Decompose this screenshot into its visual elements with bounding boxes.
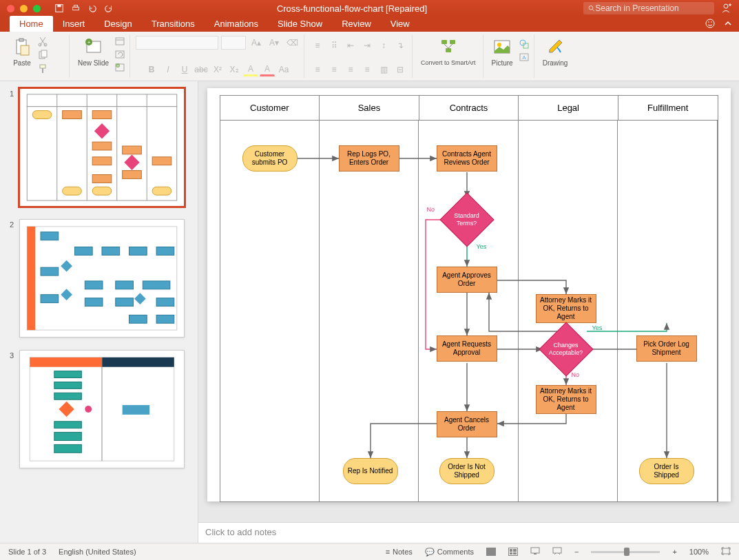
language-indicator[interactable]: English (United States) (59, 548, 136, 556)
align-right-icon[interactable]: ≡ (343, 63, 358, 76)
subscript-button[interactable]: X₂ (227, 63, 242, 76)
notes-pane[interactable]: Click to add notes (198, 522, 739, 543)
numbering-icon[interactable]: ⠿ (326, 39, 342, 52)
convert-smartart-button[interactable]: Convert to SmartArt (418, 36, 479, 68)
line-spacing-icon[interactable]: ↕ (376, 39, 391, 52)
zoom-level[interactable]: 100% (689, 548, 709, 556)
shape-process[interactable]: Rep Logs PO, Enters Order (339, 145, 399, 172)
shape-process[interactable]: Agent Requests Approval (437, 335, 497, 362)
shape-process[interactable]: Attorney Marks it OK, Returns to Agent (536, 294, 596, 323)
close-icon[interactable] (7, 5, 14, 12)
print-icon[interactable] (71, 3, 81, 13)
zoom-out-button[interactable]: − (574, 548, 579, 556)
tab-review[interactable]: Review (332, 16, 381, 32)
picture-button[interactable]: Picture (489, 36, 516, 68)
tab-insert[interactable]: Insert (53, 16, 95, 32)
svg-point-35 (520, 40, 525, 45)
titlebar: Cross-functional-flow-chart [Repaired] (0, 0, 739, 17)
cut-icon[interactable] (37, 36, 48, 47)
collapse-ribbon-icon[interactable] (724, 19, 732, 28)
drawing-button[interactable]: Drawing (540, 36, 571, 68)
copy-icon[interactable] (37, 50, 48, 61)
comments-toggle[interactable]: 💬 Comments (425, 548, 474, 557)
search-box[interactable] (583, 2, 714, 14)
new-slide-icon: + (84, 37, 103, 56)
save-icon[interactable] (54, 3, 64, 13)
text-direction-icon[interactable]: ↴ (393, 39, 408, 52)
svg-rect-71 (85, 298, 103, 307)
font-select[interactable] (136, 36, 218, 50)
format-painter-icon[interactable] (37, 63, 48, 74)
svg-point-10 (708, 21, 709, 23)
search-input[interactable] (595, 3, 710, 13)
font-color-button[interactable]: A (260, 63, 275, 76)
svg-rect-50 (123, 146, 142, 154)
reset-icon[interactable] (114, 49, 125, 60)
maximize-icon[interactable] (33, 5, 41, 12)
zoom-slider[interactable] (591, 551, 660, 553)
strike-button[interactable]: abc (194, 63, 209, 76)
tab-design[interactable]: Design (94, 16, 141, 32)
slideshow-view-icon[interactable] (552, 547, 562, 557)
tab-view[interactable]: View (381, 16, 419, 32)
reading-view-icon[interactable] (530, 547, 540, 557)
normal-view-icon[interactable] (486, 548, 496, 556)
paste-button[interactable]: Paste (10, 36, 34, 68)
share-icon[interactable] (720, 2, 732, 14)
align-left-icon[interactable]: ≡ (310, 63, 325, 76)
thumbnail-3[interactable] (19, 350, 185, 468)
undo-icon[interactable] (87, 3, 97, 13)
fit-window-icon[interactable] (721, 547, 731, 557)
shape-process[interactable]: Agent Approves Order (437, 267, 497, 293)
shrink-font-icon[interactable]: A▾ (267, 36, 282, 50)
shape-terminator[interactable]: Order Is Shipped (639, 458, 694, 484)
notes-toggle[interactable]: ≡ Notes (386, 548, 413, 556)
shape-terminator[interactable]: Order Is Not Shipped (439, 458, 495, 484)
textbox-icon[interactable]: A (519, 52, 530, 63)
sorter-view-icon[interactable] (508, 548, 518, 556)
shape-decision[interactable]: Changes Acceptable? (544, 327, 588, 371)
change-case-button[interactable]: Aa (276, 63, 291, 76)
tab-transitions[interactable]: Transitions (142, 16, 205, 32)
clear-format-icon[interactable]: ⌫ (284, 36, 300, 50)
tab-slideshow[interactable]: Slide Show (268, 16, 332, 32)
tab-animations[interactable]: Animations (205, 16, 268, 32)
align-text-icon[interactable]: ⊟ (393, 63, 408, 76)
shapes-icon[interactable] (519, 39, 530, 50)
shape-process[interactable]: Contracts Agent Reviews Order (437, 145, 497, 172)
columns-icon[interactable]: ▥ (376, 63, 391, 76)
thumbnail-2[interactable] (19, 219, 185, 338)
slide-canvas[interactable]: Customer Sales Contracts Legal Fulfillme… (198, 81, 739, 522)
superscript-button[interactable]: X² (210, 63, 225, 76)
search-icon (587, 4, 595, 12)
indent-dec-icon[interactable]: ⇤ (343, 39, 358, 52)
thumbnail-1[interactable] (19, 88, 185, 207)
bold-button[interactable]: B (144, 63, 159, 76)
font-size-select[interactable] (221, 36, 246, 50)
layout-icon[interactable] (114, 36, 125, 47)
shape-process[interactable]: Pick Order Log Shipment (636, 335, 697, 362)
zoom-in-button[interactable]: + (672, 548, 676, 556)
emoji-icon[interactable] (705, 18, 716, 29)
minimize-icon[interactable] (20, 5, 28, 12)
tab-home[interactable]: Home (10, 16, 53, 32)
new-slide-button[interactable]: + New Slide (75, 36, 112, 73)
clipboard-icon (12, 37, 32, 56)
redo-icon[interactable] (104, 3, 114, 13)
underline-button[interactable]: U (177, 63, 192, 76)
bullets-icon[interactable]: ≡ (310, 39, 325, 52)
highlight-button[interactable]: A (243, 63, 258, 76)
italic-button[interactable]: I (160, 63, 176, 76)
justify-icon[interactable]: ≡ (360, 63, 375, 76)
shape-process[interactable]: Agent Cancels Order (437, 411, 497, 437)
shape-process[interactable]: Attorney Marks it OK, Returns to Agent (536, 385, 596, 414)
align-center-icon[interactable]: ≡ (326, 63, 342, 76)
main-area: 1 (0, 81, 739, 543)
section-icon[interactable]: + (114, 62, 125, 73)
grow-font-icon[interactable]: A▴ (249, 36, 264, 50)
indent-inc-icon[interactable]: ⇥ (360, 39, 375, 52)
shape-terminator[interactable]: Customer submits PO (242, 145, 298, 172)
shape-decision[interactable]: Standard Terms? (445, 198, 489, 242)
shape-terminator[interactable]: Rep Is Notified (343, 458, 398, 484)
svg-text:+: + (116, 63, 119, 68)
